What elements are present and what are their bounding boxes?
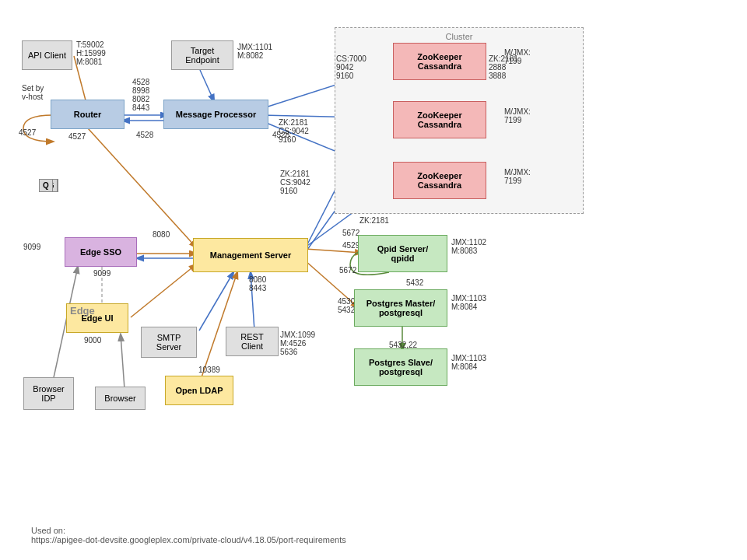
zk-cassandra-1-node: ZooKeeperCassandra: [393, 43, 486, 80]
edge-sso-8080: 8080: [153, 230, 170, 239]
rest-client-node: RESTClient: [226, 327, 279, 356]
target-ports: JMX:1101M:8082: [237, 43, 272, 60]
mp-port-left: 4528: [136, 131, 153, 139]
browser-idp-node: BrowserIDP: [23, 377, 74, 410]
zk3-mjmx: M/JMX:7199: [504, 168, 531, 185]
cluster-title: Cluster: [335, 32, 583, 41]
postgres-slave-node: Postgres Slave/postgresql: [354, 348, 447, 386]
edge-sso-port-left: 9099: [23, 243, 40, 251]
postgres-master-node: Postgres Master/postgresql: [354, 289, 447, 327]
api-client-ports: T:59002H:15999M:8081: [76, 40, 106, 66]
zk-cassandra-3-node: ZooKeeperCassandra: [393, 162, 486, 199]
port-4529: 4529: [342, 241, 359, 250]
diagram-container: Cluster API Client T:59002H:15999M:8081 …: [0, 0, 747, 513]
footer-line2: https://apigee-dot-devsite.googleplex.co…: [31, 535, 346, 544]
browser2-node: Browser: [95, 387, 146, 410]
open-ldap-port: 10389: [198, 366, 220, 374]
zk3-ports-left: ZK:2181CS:90429160: [280, 170, 310, 195]
footer-line1: Used on:: [31, 526, 65, 535]
mgmt-ports: 80808443: [249, 275, 266, 292]
zk1-mjmx: M/JMX:7199: [504, 48, 531, 65]
management-server-node: Management Server: [193, 238, 308, 272]
qpid-server-node: Qpid Server/qpidd: [358, 235, 447, 272]
postgres-slave-jmx: JMX:1103M:8084: [451, 354, 486, 371]
box-q: Q: [39, 179, 53, 192]
footer: Used on: https://apigee-dot-devsite.goog…: [31, 526, 346, 544]
qpid-self-loop: 5672: [339, 266, 356, 275]
message-processor-node: Message Processor: [163, 100, 268, 129]
router-port-left: 4527: [19, 128, 36, 137]
edge-ui-port: 9000: [84, 336, 101, 345]
zk2-mjmx: M/JMX:7199: [504, 107, 531, 124]
open-ldap-node: Open LDAP: [165, 376, 233, 405]
edge-label: Edge: [70, 305, 95, 317]
postgres-master-jmx: JMX:1103M:8084: [451, 294, 486, 311]
svg-line-25: [121, 334, 124, 389]
svg-line-21: [199, 272, 233, 331]
mgmt-jmx-ports: JMX:1099M:45265636: [280, 331, 315, 356]
target-endpoint-node: TargetEndpoint: [171, 40, 233, 70]
zk-2181-label: ZK:2181: [359, 216, 389, 225]
router-node: Router: [51, 100, 124, 129]
svg-line-17: [88, 128, 196, 247]
zk1-cs-ports: CS:700090429160: [336, 54, 366, 80]
edge-sso-port-bottom: 9099: [93, 269, 110, 278]
svg-line-20: [131, 264, 196, 317]
port-5432-between: 5432: [406, 278, 423, 287]
ports-4530-5432: 45305432: [338, 297, 355, 314]
svg-line-1: [200, 70, 214, 101]
set-by-vhost: Set byv-host: [22, 84, 44, 101]
svg-line-23: [201, 272, 237, 380]
zk-cs-label-mp: ZK:2181CS:90429160: [279, 118, 309, 144]
zk-cassandra-2-node: ZooKeeperCassandra: [393, 101, 486, 138]
port-5672-top: 5672: [342, 229, 359, 237]
edge-sso-node: Edge SSO: [65, 237, 137, 267]
router-port-bottom: 4527: [68, 132, 86, 141]
api-client-node: API Client: [22, 40, 72, 70]
qpid-jmx: JMX:1102M:8083: [451, 238, 486, 255]
mp-left-ports: 4528899880828443: [132, 78, 149, 112]
smtp-server-node: SMTPServer: [141, 327, 197, 358]
